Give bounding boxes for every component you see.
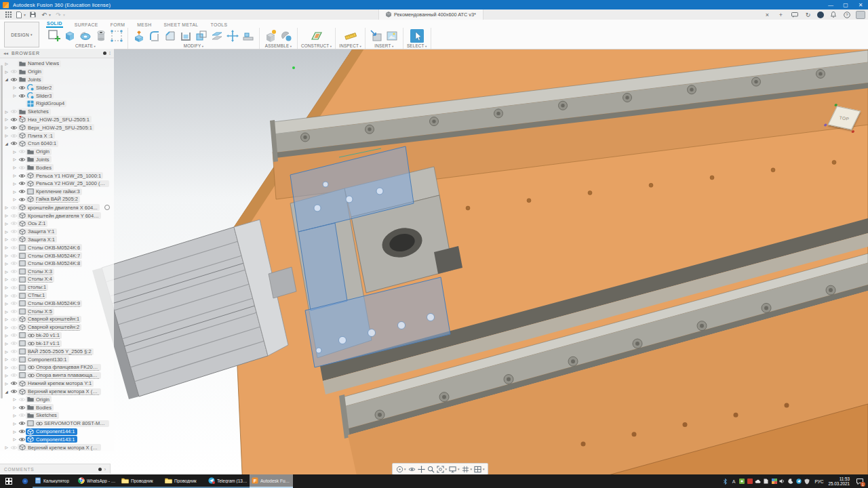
visibility-eye-icon[interactable] <box>9 261 18 266</box>
collapsed-arrow-icon[interactable]: ▷ <box>3 117 9 121</box>
fit-caret[interactable]: ▼ <box>444 468 447 471</box>
collapsed-arrow-icon[interactable]: ▷ <box>3 134 9 138</box>
ribbon-group-label[interactable]: INSPECT <box>339 43 361 48</box>
collapse-panel-icon[interactable]: ◂◂ <box>3 51 8 56</box>
tree-item[interactable]: Верх_HGW-25_SFU-2505:1 <box>18 124 94 131</box>
tree-row[interactable]: ▷Верхний крепеж мотора X (1) (1):1 <box>0 443 114 451</box>
redo-caret[interactable]: ▼ <box>62 13 66 17</box>
tree-row[interactable]: ▷кронштейн двигателя X 604... <box>0 203 114 211</box>
tree-item[interactable]: Bodies <box>26 404 54 411</box>
app-color-tray-icon[interactable] <box>771 479 777 485</box>
comments-expand-icon[interactable]: › <box>104 467 106 472</box>
tree-row[interactable]: ▷Гайка ВАЙ 2505:2 <box>0 196 114 204</box>
tree-row[interactable]: ▷Bodies <box>0 163 114 171</box>
tree-row[interactable]: ▷Защита Y:1 <box>0 228 114 236</box>
collapsed-arrow-icon[interactable]: ▷ <box>12 197 18 201</box>
ribbon-tab-form[interactable]: FORM <box>110 22 126 28</box>
collapsed-arrow-icon[interactable]: ▷ <box>3 357 9 361</box>
tree-row[interactable]: ▷Origin <box>0 148 114 156</box>
tree-item[interactable]: Bodies <box>26 164 54 171</box>
document-tray-icon[interactable] <box>763 479 769 485</box>
sync-icon[interactable]: ↻ <box>804 10 812 19</box>
visibility-eye-icon[interactable] <box>18 413 26 418</box>
tree-item[interactable]: bk-20 v1:1 <box>18 332 62 339</box>
ribbon-group-label[interactable]: SELECT <box>407 43 427 48</box>
viewports-icon[interactable] <box>473 464 483 474</box>
tree-row[interactable]: ◢Joints <box>0 76 114 84</box>
tree-row[interactable]: ▷Столы OKB-M0524K:9 <box>0 300 114 308</box>
ribbon-tab-surface[interactable]: SURFACE <box>74 22 99 28</box>
save-icon[interactable] <box>28 10 39 19</box>
defender-tray-icon[interactable] <box>804 479 810 485</box>
tree-row[interactable]: ▷Столы OKB-M0524K:7 <box>0 251 114 260</box>
ribbon-group-label[interactable]: CONSTRUCT <box>301 43 332 48</box>
tree-row[interactable]: ▷Slider3 <box>0 92 114 100</box>
visibility-eye-icon[interactable] <box>9 301 18 306</box>
display-settings-icon[interactable] <box>448 464 458 474</box>
tree-row[interactable]: ▷Origin <box>0 395 114 403</box>
visibility-eye-icon[interactable] <box>9 341 18 346</box>
collapsed-arrow-icon[interactable]: ▷ <box>12 430 18 434</box>
visibility-eye-icon[interactable] <box>18 157 26 162</box>
collapsed-arrow-icon[interactable]: ▷ <box>12 85 18 89</box>
tree-item[interactable]: Низ_HGW-25_SFU-2505:1 <box>18 116 92 123</box>
notifications-bell-icon[interactable] <box>829 10 837 19</box>
tree-item[interactable]: кронштейн двигателя X 604... <box>18 204 100 211</box>
taskbar-clock[interactable]: 11:53 25.03.2021 <box>828 476 850 487</box>
tree-row[interactable]: ▷Столы OKB-M0524K:8 <box>0 260 114 268</box>
tree-item[interactable]: bk-17 v1:1 <box>18 340 62 347</box>
visibility-eye-icon[interactable] <box>18 429 26 434</box>
collapsed-arrow-icon[interactable]: ▷ <box>12 165 18 169</box>
visibility-eye-icon[interactable] <box>9 277 18 282</box>
collapsed-arrow-icon[interactable]: ▷ <box>12 94 18 98</box>
tree-item[interactable]: Sketches <box>26 412 59 419</box>
offset-face-button[interactable] <box>210 28 224 43</box>
visibility-eye-icon[interactable] <box>9 317 18 322</box>
visibility-eye-icon[interactable] <box>9 125 18 130</box>
collapsed-arrow-icon[interactable]: ▷ <box>12 182 18 186</box>
ribbon-group-label[interactable]: MODIFY <box>184 43 204 48</box>
collapsed-arrow-icon[interactable]: ▷ <box>3 445 9 449</box>
tree-item[interactable]: Столы OKB-M0524K:7 <box>18 252 82 259</box>
visibility-eye-icon[interactable] <box>18 165 26 170</box>
tree-row[interactable]: ▷ВАЙ 2505-2505 Y_2505 §:2 <box>0 348 114 356</box>
tree-item[interactable]: Плита X :1 <box>18 132 55 139</box>
browser-scrollbar[interactable] <box>1 65 3 399</box>
collapsed-arrow-icon[interactable]: ▷ <box>3 382 9 386</box>
tree-item[interactable]: Столы OKB-M0524K:8 <box>18 260 82 267</box>
grid-snaps-icon[interactable] <box>460 464 470 474</box>
visibility-eye-icon[interactable] <box>9 253 18 258</box>
tree-item[interactable]: SERVOMOTOR 80ST-M02... <box>26 420 109 427</box>
visibility-eye-icon[interactable] <box>18 421 26 426</box>
visibility-eye-icon[interactable] <box>9 237 18 242</box>
tree-row[interactable]: ▷Origin <box>0 68 114 76</box>
tree-row[interactable]: ▷Нижний крепеж мотора Y:1 <box>0 380 114 388</box>
collapsed-arrow-icon[interactable]: ▷ <box>3 302 9 306</box>
extrude-button[interactable] <box>62 28 77 43</box>
collapsed-arrow-icon[interactable]: ▷ <box>12 422 18 426</box>
tree-row[interactable]: ◢Стол 6040:1 <box>0 140 114 148</box>
visibility-eye-icon[interactable] <box>18 189 26 194</box>
collapsed-arrow-icon[interactable]: ▷ <box>12 150 18 154</box>
tree-row[interactable]: ▷Столы X:3 <box>0 268 114 276</box>
workspace-selector[interactable]: DESIGN <box>4 22 39 47</box>
tree-item[interactable]: Origin <box>18 68 43 75</box>
nvidia-tray-icon[interactable] <box>738 479 745 485</box>
collapsed-arrow-icon[interactable]: ▷ <box>3 365 9 369</box>
grid-snaps-caret[interactable]: ▼ <box>469 468 472 471</box>
tree-row[interactable]: ▷Sketches <box>0 411 114 420</box>
visibility-eye-icon[interactable] <box>9 229 18 234</box>
visibility-eye-icon[interactable] <box>18 437 26 442</box>
new-component-button[interactable] <box>263 28 278 43</box>
maximize-button[interactable]: ▢ <box>838 0 853 9</box>
ribbon-tab-mesh[interactable]: MESH <box>136 22 152 28</box>
collapsed-arrow-icon[interactable]: ▷ <box>3 214 9 218</box>
tree-item[interactable]: Origin <box>26 396 52 403</box>
visibility-eye-icon[interactable] <box>18 94 26 98</box>
job-status-icon[interactable] <box>790 10 799 19</box>
hole-button[interactable] <box>94 28 108 43</box>
collapsed-arrow-icon[interactable]: ▷ <box>3 110 9 114</box>
taskbar-app-explorer[interactable]: Проводник <box>163 474 206 488</box>
taskbar-app-fusion[interactable]: FAutodesk Fusion 36... <box>250 474 293 488</box>
visibility-eye-icon[interactable] <box>18 197 26 202</box>
